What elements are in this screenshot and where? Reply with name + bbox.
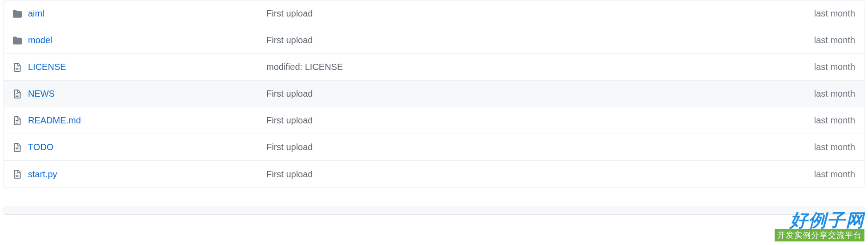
file-icon	[13, 170, 22, 179]
file-row[interactable]: LICENSEmodified: LICENSElast month	[4, 54, 864, 81]
commit-message[interactable]: First upload	[266, 142, 805, 152]
file-icon	[13, 63, 22, 72]
readme-box-top	[4, 206, 864, 215]
file-row[interactable]: aimlFirst uploadlast month	[4, 0, 864, 27]
file-icon	[13, 143, 22, 152]
file-icon	[13, 116, 22, 125]
file-name-cell: aiml	[13, 8, 266, 19]
file-row[interactable]: README.mdFirst uploadlast month	[4, 107, 864, 134]
commit-time: last month	[805, 89, 855, 99]
file-name-cell: LICENSE	[13, 62, 266, 72]
file-name-cell: NEWS	[13, 89, 266, 99]
file-name-link[interactable]: README.md	[28, 115, 81, 126]
file-name-cell: TODO	[13, 142, 266, 152]
commit-time: last month	[805, 8, 855, 19]
file-name-cell: README.md	[13, 115, 266, 126]
commit-time: last month	[805, 35, 855, 45]
commit-time: last month	[805, 169, 855, 180]
commit-message[interactable]: First upload	[266, 169, 805, 180]
file-name-cell: model	[13, 35, 266, 45]
file-name-link[interactable]: start.py	[28, 169, 57, 180]
file-name-link[interactable]: TODO	[28, 142, 53, 152]
file-row[interactable]: start.pyFirst uploadlast month	[4, 161, 864, 188]
commit-message[interactable]: First upload	[266, 8, 805, 19]
commit-time: last month	[805, 62, 855, 72]
file-row[interactable]: TODOFirst uploadlast month	[4, 134, 864, 161]
folder-icon	[13, 9, 22, 18]
file-name-link[interactable]: model	[28, 35, 52, 45]
commit-time: last month	[805, 142, 855, 152]
folder-icon	[13, 36, 22, 45]
file-name-link[interactable]: aiml	[28, 8, 44, 19]
file-row[interactable]: NEWSFirst uploadlast month	[4, 81, 864, 107]
file-icon	[13, 90, 22, 98]
commit-message[interactable]: First upload	[266, 35, 805, 45]
spacer	[0, 188, 868, 206]
file-name-link[interactable]: LICENSE	[28, 62, 66, 72]
file-list: aimlFirst uploadlast monthmodelFirst upl…	[4, 0, 864, 188]
file-row[interactable]: modelFirst uploadlast month	[4, 27, 864, 54]
commit-message[interactable]: First upload	[266, 115, 805, 126]
file-name-cell: start.py	[13, 169, 266, 180]
file-name-link[interactable]: NEWS	[28, 89, 55, 99]
commit-message[interactable]: First upload	[266, 89, 805, 99]
commit-message[interactable]: modified: LICENSE	[266, 62, 805, 72]
commit-time: last month	[805, 115, 855, 126]
